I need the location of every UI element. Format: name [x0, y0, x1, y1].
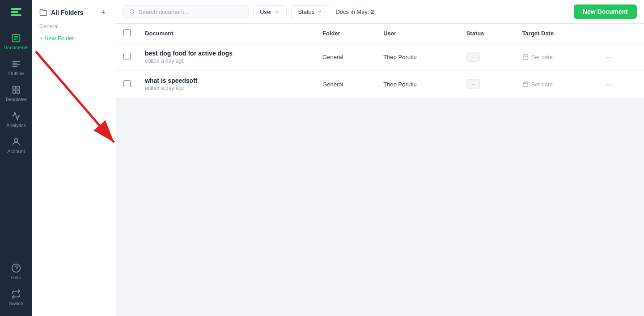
calendar-icon [522, 81, 529, 87]
main-content: User Status Docs in May: 2 New Document [116, 0, 644, 316]
doc-user-cell: Theo Porutiu [376, 71, 459, 98]
search-box[interactable] [123, 5, 249, 18]
folder-sidebar: All Folders + General + New Folder [32, 0, 116, 316]
table-row: best dog food for active dogs edited a d… [116, 43, 644, 71]
column-target-date: Target Date [515, 24, 595, 43]
svg-point-13 [130, 9, 134, 13]
sidebar-item-documents[interactable]: Documents [0, 29, 32, 55]
add-folder-button[interactable]: + [98, 7, 109, 18]
sidebar-title: All Folders [51, 9, 83, 16]
sidebar-item-label: Analytics [6, 123, 26, 128]
sidebar-item-outline[interactable]: Outline [0, 55, 32, 81]
docs-count: Docs in May: 2 [335, 9, 374, 15]
new-folder-button[interactable]: + New Folder [32, 31, 116, 45]
svg-rect-19 [523, 82, 528, 87]
search-input[interactable] [139, 9, 243, 15]
sidebar-item-label: Switch [9, 301, 23, 306]
outline-icon [11, 59, 21, 69]
column-folder: Folder [315, 24, 376, 43]
status-badge[interactable]: - [466, 79, 480, 89]
switch-icon [11, 289, 21, 299]
sidebar-item-label: Templates [5, 97, 27, 102]
doc-title-cell: best dog food for active dogs edited a d… [138, 43, 315, 71]
svg-line-14 [133, 13, 134, 13]
user-filter-button[interactable]: User [253, 5, 287, 18]
sidebar-item-analytics[interactable]: Analytics [0, 107, 32, 132]
doc-status-cell: - [459, 71, 515, 98]
doc-more-cell[interactable]: ··· [595, 71, 644, 98]
more-options-button[interactable]: ··· [602, 51, 616, 63]
chevron-down-icon [275, 9, 280, 14]
svg-point-10 [14, 139, 17, 142]
set-date-button[interactable]: Set date [522, 81, 588, 88]
folder-icon [39, 9, 47, 17]
doc-date-cell: Set date [515, 71, 595, 98]
sidebar-item-label: Outline [8, 71, 24, 76]
svg-rect-15 [523, 55, 528, 59]
doc-folder-cell: General [315, 43, 376, 71]
table-row: what is speedsoft edited a day ago Gener… [116, 71, 644, 98]
column-user: User [376, 24, 459, 43]
sidebar-section-general: General [32, 21, 116, 31]
select-all-checkbox[interactable] [123, 29, 131, 36]
sidebar-item-templates[interactable]: Templates [0, 81, 32, 107]
doc-title[interactable]: best dog food for active dogs [145, 50, 308, 57]
doc-user-cell: Theo Porutiu [376, 43, 459, 71]
doc-title-cell: what is speedsoft edited a day ago [138, 71, 315, 98]
left-nav: Documents Outline Templates Analytics [0, 0, 32, 316]
doc-date-cell: Set date [515, 43, 595, 71]
sidebar-header: All Folders + [32, 0, 116, 21]
sidebar-item-switch[interactable]: Switch [0, 285, 32, 311]
sidebar-item-account[interactable]: Account [0, 132, 32, 158]
doc-subtitle: edited a day ago [145, 85, 308, 91]
column-document: Document [138, 24, 315, 43]
row-checkbox[interactable] [123, 53, 131, 60]
column-status: Status [459, 24, 515, 43]
row-select-cell[interactable] [116, 71, 138, 98]
chevron-down-icon [317, 9, 322, 14]
analytics-icon [11, 111, 21, 121]
table-header-row: Document Folder User Status Target Date [116, 24, 644, 43]
row-select-cell[interactable] [116, 43, 138, 71]
doc-more-cell[interactable]: ··· [595, 43, 644, 71]
document-table-container: Document Folder User Status Target Date … [116, 24, 644, 316]
sidebar-item-label: Account [7, 149, 25, 154]
row-checkbox[interactable] [123, 80, 131, 87]
sidebar-item-label: Documents [4, 45, 29, 50]
set-date-button[interactable]: Set date [522, 54, 588, 60]
documents-icon [11, 33, 21, 43]
account-icon [11, 137, 21, 147]
doc-subtitle: edited a day ago [145, 58, 308, 64]
help-icon [11, 263, 21, 273]
more-options-button[interactable]: ··· [602, 78, 616, 90]
column-actions [595, 24, 644, 43]
search-icon [129, 9, 135, 15]
new-document-button[interactable]: New Document [574, 4, 637, 19]
calendar-icon [522, 54, 529, 60]
app-logo [8, 5, 24, 21]
doc-folder-cell: General [315, 71, 376, 98]
templates-icon [11, 85, 21, 95]
select-all-header[interactable] [116, 24, 138, 43]
doc-status-cell: - [459, 43, 515, 71]
toolbar: User Status Docs in May: 2 New Document [116, 0, 644, 24]
status-badge[interactable]: - [466, 52, 480, 62]
doc-title[interactable]: what is speedsoft [145, 77, 308, 84]
sidebar-item-help[interactable]: Help [0, 259, 32, 285]
status-filter-button[interactable]: Status [291, 5, 329, 18]
sidebar-item-label: Help [11, 275, 21, 280]
document-table: Document Folder User Status Target Date … [116, 24, 644, 98]
